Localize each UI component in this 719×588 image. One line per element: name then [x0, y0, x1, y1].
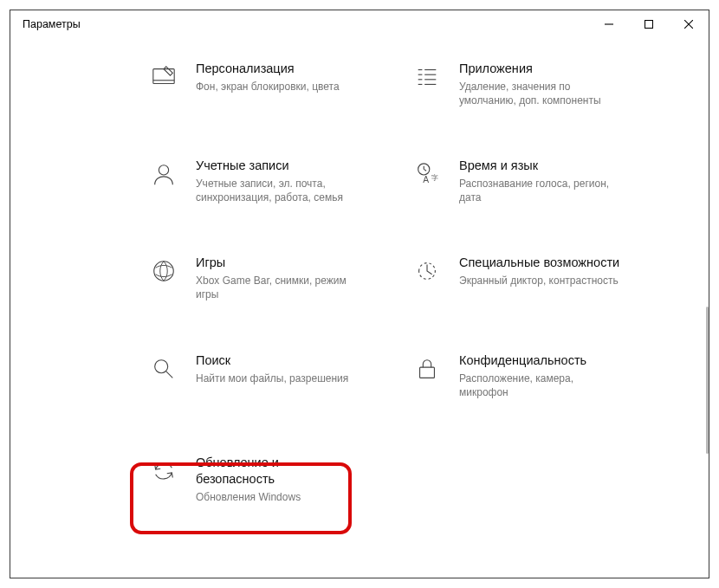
tile-title: Время и язык — [459, 158, 624, 174]
minimize-icon — [605, 20, 613, 29]
svg-line-17 — [424, 170, 426, 171]
accounts-icon — [149, 159, 178, 189]
tile-title: Игры — [196, 255, 360, 271]
tile-desc: Распознавание голоса, регион, дата — [459, 177, 624, 204]
titlebar: Параметры — [10, 10, 709, 38]
tile-personalization[interactable]: Персонализация Фон, экран блокировки, цв… — [149, 61, 374, 107]
tile-desc: Xbox Game Bar, снимки, режим игры — [196, 274, 360, 301]
content-area: Персонализация Фон, экран блокировки, цв… — [10, 38, 709, 578]
close-icon — [684, 20, 693, 29]
tile-privacy[interactable]: Конфиденциальность Расположение, камера,… — [412, 352, 638, 399]
apps-icon — [412, 62, 442, 92]
tile-accounts[interactable]: Учетные записи Учетные записи, эл. почта… — [149, 158, 374, 204]
settings-window: Параметры Персонализация Фон, экран — [10, 10, 709, 578]
tile-text: Обновление и безопасность Обновления Win… — [196, 455, 360, 504]
search-icon — [149, 354, 178, 384]
tile-desc: Удаление, значения по умолчанию, доп. ко… — [459, 80, 624, 107]
tile-text: Приложения Удаление, значения по умолчан… — [459, 61, 624, 107]
tile-text: Время и язык Распознавание голоса, регио… — [459, 158, 624, 204]
settings-grid: Персонализация Фон, экран блокировки, цв… — [149, 61, 643, 504]
minimize-button[interactable] — [589, 10, 629, 38]
svg-line-22 — [166, 371, 173, 378]
svg-rect-1 — [645, 21, 653, 29]
tile-title: Персонализация — [196, 61, 340, 77]
window-title: Параметры — [10, 18, 81, 30]
tile-accessibility[interactable]: Специальные возможности Экранный диктор,… — [412, 255, 638, 301]
tile-text: Игры Xbox Game Bar, снимки, режим игры — [196, 255, 360, 301]
tile-desc: Обновления Windows — [196, 490, 360, 504]
accessibility-icon — [412, 256, 442, 286]
tile-title: Учетные записи — [196, 158, 360, 174]
time-language-icon: A字 — [412, 159, 442, 189]
tile-search[interactable]: Поиск Найти мои файлы, разрешения — [149, 352, 374, 399]
close-button[interactable] — [669, 10, 709, 38]
svg-point-14 — [159, 165, 168, 175]
tile-title: Приложения — [459, 61, 624, 77]
tile-text: Учетные записи Учетные записи, эл. почта… — [196, 158, 360, 204]
tile-title: Специальные возможности — [459, 255, 619, 271]
window-controls — [589, 10, 709, 38]
tile-text: Персонализация Фон, экран блокировки, цв… — [196, 61, 340, 94]
privacy-icon — [412, 354, 442, 384]
tile-gaming[interactable]: Игры Xbox Game Bar, снимки, режим игры — [149, 255, 374, 301]
tile-desc: Найти мои файлы, разрешения — [196, 372, 348, 385]
maximize-button[interactable] — [629, 10, 669, 38]
tile-desc: Расположение, камера, микрофон — [459, 372, 624, 399]
svg-rect-23 — [420, 367, 435, 378]
svg-text:字: 字 — [431, 173, 438, 182]
tile-title: Поиск — [196, 352, 348, 369]
tile-text: Специальные возможности Экранный диктор,… — [459, 255, 619, 288]
gaming-icon — [149, 256, 178, 286]
tile-text: Конфиденциальность Расположение, камера,… — [459, 352, 624, 399]
tile-text: Поиск Найти мои файлы, разрешения — [196, 352, 348, 385]
tile-desc: Фон, экран блокировки, цвета — [196, 80, 340, 94]
tile-time[interactable]: A字 Время и язык Распознавание голоса, ре… — [412, 158, 638, 204]
update-icon — [149, 456, 178, 486]
scrollbar-thumb[interactable] — [706, 307, 709, 454]
personalization-icon — [149, 62, 178, 92]
maximize-icon — [645, 20, 653, 29]
tile-title: Конфиденциальность — [459, 352, 624, 369]
tile-desc: Экранный диктор, контрастность — [459, 274, 619, 288]
svg-text:A: A — [423, 176, 429, 185]
svg-point-20 — [154, 262, 174, 281]
svg-point-21 — [155, 359, 168, 372]
tile-apps[interactable]: Приложения Удаление, значения по умолчан… — [412, 61, 638, 107]
tile-title: Обновление и безопасность — [196, 455, 360, 488]
tile-update[interactable]: Обновление и безопасность Обновления Win… — [149, 455, 374, 504]
tile-desc: Учетные записи, эл. почта, синхронизация… — [196, 177, 360, 204]
